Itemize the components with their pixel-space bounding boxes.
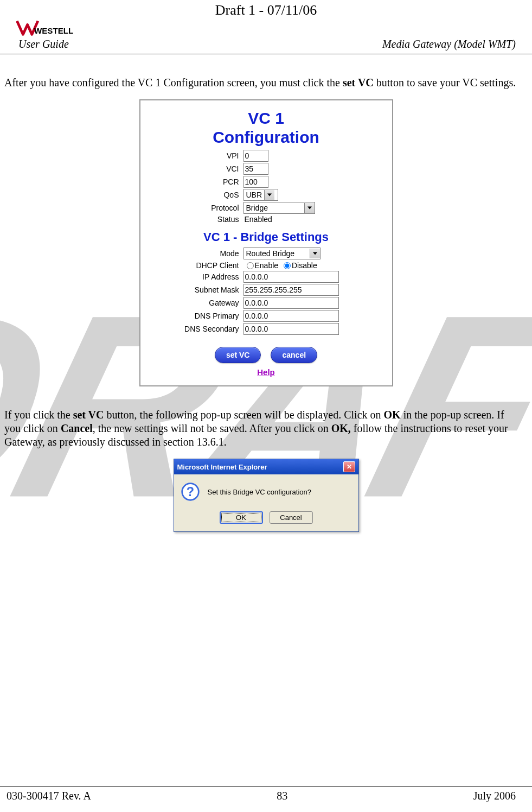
cancel-button[interactable]: cancel	[271, 347, 317, 363]
set-vc-button[interactable]: set VC	[215, 347, 261, 363]
svg-marker-2	[307, 207, 312, 210]
para1-pre: After you have configured the VC 1 Confi…	[4, 77, 343, 88]
dhcp-disable-radio[interactable]	[284, 262, 291, 269]
popup-titlebar: Microsoft Internet Explorer ✕	[174, 459, 358, 474]
protocol-select[interactable]: Bridge	[243, 202, 315, 214]
svg-text:WESTELL: WESTELL	[34, 26, 73, 35]
ip-input[interactable]	[243, 271, 339, 283]
p2-b4: OK,	[331, 422, 351, 434]
protocol-value: Bridge	[244, 204, 304, 212]
vc-title-line1: VC 1	[248, 109, 284, 127]
svg-marker-1	[267, 194, 272, 196]
paragraph-2: If you click the set VC button, the foll…	[0, 408, 532, 449]
p2-t2: button, the following pop-up screen will…	[104, 409, 383, 421]
mask-label: Subnet Mask	[147, 286, 243, 294]
question-icon: ?	[181, 482, 200, 502]
qos-select[interactable]: UBR	[243, 189, 278, 201]
ip-label: IP Address	[147, 272, 243, 281]
dhcp-label: DHCP Client	[147, 261, 243, 270]
vci-input[interactable]	[243, 163, 268, 175]
p2-t4: , the new settings will not be saved. Af…	[93, 422, 331, 434]
p2-b3: Cancel	[61, 422, 93, 434]
status-value: Enabled	[243, 215, 272, 224]
status-label: Status	[147, 215, 243, 224]
mode-label: Mode	[147, 249, 243, 258]
popup-cancel-button[interactable]: Cancel	[270, 511, 313, 524]
chevron-down-icon	[264, 190, 274, 200]
dhcp-enable-radio[interactable]	[247, 262, 254, 269]
page-footer: 030-300417 Rev. A 83 July 2006	[0, 786, 532, 802]
dns2-label: DNS Secondary	[147, 325, 243, 333]
svg-text:?: ?	[186, 485, 194, 499]
protocol-label: Protocol	[147, 204, 243, 212]
pcr-input[interactable]	[243, 176, 268, 188]
p2-b1: set VC	[73, 409, 104, 421]
dhcp-disable-label: Disable	[292, 261, 317, 270]
bridge-settings-title: VC 1 - Bridge Settings	[147, 230, 386, 244]
para1-post: button to save your VC settings.	[374, 77, 516, 88]
vc-config-panel: VC 1 Configuration VPI VCI PCR QoS UBR P…	[139, 99, 393, 386]
pcr-label: PCR	[147, 177, 243, 186]
chevron-down-icon	[310, 249, 320, 258]
p2-t1: If you click the	[4, 409, 73, 421]
close-icon[interactable]: ✕	[343, 461, 355, 472]
para1-bold: set VC	[343, 77, 374, 88]
gw-input[interactable]	[243, 297, 339, 309]
paragraph-1: After you have configured the VC 1 Confi…	[0, 76, 532, 90]
p2-b2: OK	[384, 409, 401, 421]
footer-center: 83	[277, 790, 287, 802]
confirm-popup: Microsoft Internet Explorer ✕ ? Set this…	[174, 459, 359, 532]
footer-right: July 2006	[473, 790, 516, 802]
mode-value: Routed Bridge	[244, 249, 310, 258]
dns2-input[interactable]	[243, 323, 339, 335]
qos-label: QoS	[147, 191, 243, 199]
user-guide-label: User Guide	[18, 38, 69, 50]
svg-marker-3	[313, 252, 317, 255]
chevron-down-icon	[304, 203, 315, 213]
help-link[interactable]: Help	[147, 367, 386, 377]
dhcp-enable-label: Enable	[255, 261, 279, 270]
model-label: Media Gateway (Model WMT)	[382, 38, 516, 50]
dns1-label: DNS Primary	[147, 312, 243, 320]
mask-input[interactable]	[243, 284, 339, 296]
vc-title: VC 1 Configuration	[147, 109, 386, 147]
westell-logo: WESTELL	[16, 18, 76, 37]
draft-header: Draft 1 - 07/11/06	[0, 0, 532, 18]
dns1-input[interactable]	[243, 310, 339, 322]
qos-value: UBR	[244, 191, 265, 199]
gw-label: Gateway	[147, 299, 243, 307]
popup-message: Set this Bridge VC configuration?	[208, 488, 312, 496]
vpi-label: VPI	[147, 151, 243, 160]
page-header: WESTELL User Guide Media Gateway (Model …	[0, 18, 532, 54]
popup-title: Microsoft Internet Explorer	[177, 463, 267, 471]
vc-title-line2: Configuration	[213, 128, 319, 146]
footer-left: 030-300417 Rev. A	[7, 790, 91, 802]
mode-select[interactable]: Routed Bridge	[243, 248, 321, 259]
vci-label: VCI	[147, 164, 243, 173]
vpi-input[interactable]	[243, 150, 268, 162]
popup-ok-button[interactable]: OK	[220, 511, 263, 524]
